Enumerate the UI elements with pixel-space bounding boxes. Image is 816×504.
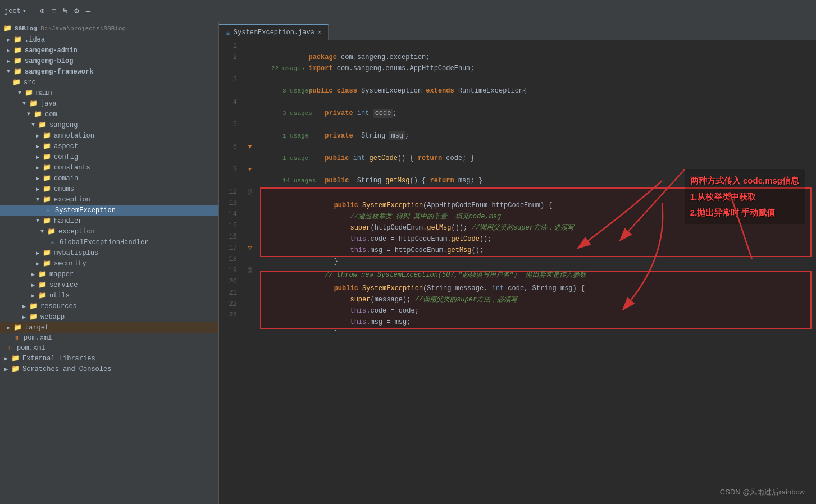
sidebar-item-external-libs[interactable]: ▶ 📁 External Libraries [0,353,218,364]
sidebar-item-mapper[interactable]: ▶ 📁 mapper [0,269,218,280]
toolbar-icon-plus[interactable]: ⊕ [40,6,44,16]
toolbar: ject ▾ ⊕ ≡ ≒ ⚙ — [0,0,816,22]
code-line-5: private String msg; [260,119,812,130]
code-line-18: // throw new SystemException(507,"必须填写用户… [260,258,812,269]
sidebar-item-domain[interactable]: ▶ 📁 domain [0,173,218,184]
sidebar-item-global-exception-handler[interactable]: ☕ GlobalExceptionHandler [0,237,218,248]
sidebar-item-scratches[interactable]: ▶ 📁 Scratches and Consoles [0,364,218,374]
java-file-icon: ☕ [226,28,230,37]
sidebar-item-target[interactable]: ▶ 📁 target [0,322,218,333]
csdn-watermark: CSDN @风雨过后rainbow [720,487,805,497]
project-root[interactable]: 📁 SGBlog D:\Java\projects\SGBlog [0,22,218,34]
editor-area: ☕ SystemException.java × 1 2 3 4 5 [219,22,816,504]
code-content[interactable]: package com.sangeng.exception; import co… [256,40,816,332]
sidebar-item-pom-m[interactable]: m pom.xml [0,333,218,343]
toolbar-icon-minus[interactable]: — [86,7,90,16]
sidebar-item-config[interactable]: ▶ 📁 config [0,152,218,162]
tab-system-exception[interactable]: ☕ SystemException.java × [219,24,329,40]
code-line-3: public class SystemException extends Run… [260,74,812,85]
sidebar-item-aspect[interactable]: ▶ 📁 aspect [0,141,218,152]
tab-filename: SystemException.java [234,29,314,36]
dropdown-arrow-icon: ▾ [22,7,26,15]
sidebar-item-utils[interactable]: ▶ 📁 utils [0,290,218,301]
project-root-label: SGBlog D:\Java\projects\SGBlog [15,25,126,32]
sidebar-item-handler[interactable]: ▼ 📁 handler [0,216,218,226]
sidebar-item-annotation[interactable]: ▶ 📁 annotation [0,130,218,141]
sidebar-item-sangeng-framework[interactable]: ▼ 📁 sangeng-framework [0,66,218,77]
folder-icon: 📁 [2,24,12,33]
sidebar: 📁 SGBlog D:\Java\projects\SGBlog ▶ 📁 .id… [0,22,219,504]
sidebar-item-webapp[interactable]: ▶ 📁 webapp [0,311,218,322]
sidebar-item-handler-exception[interactable]: ▼ 📁 exception [0,226,218,237]
toolbar-icon-align[interactable]: ≡ [51,7,56,16]
sidebar-item-sangeng[interactable]: ▼ 📁 sangeng [0,120,218,130]
editor-wrapper: 1 2 3 4 5 6 9 12 13 14 15 [219,40,816,504]
sidebar-item-constants[interactable]: ▶ 📁 constants [0,162,218,173]
toolbar-icon-align2[interactable]: ≒ [63,6,67,16]
code-editor[interactable]: 1 2 3 4 5 6 9 12 13 14 15 [219,40,816,332]
sidebar-item-security[interactable]: ▶ 📁 security [0,258,218,269]
tab-close-button[interactable]: × [318,29,322,36]
sidebar-item-main[interactable]: ▼ 📁 main [0,88,218,98]
sidebar-item-exception[interactable]: ▼ 📁 exception [0,194,218,205]
code-gutter: ▼ ▼ @ ▽ @ [244,40,256,332]
code-line-4: private int code; [260,97,812,108]
code-line-12: public SystemException(AppHttpCodeEnum h… [261,189,810,200]
project-dropdown[interactable]: ject ▾ [4,7,26,15]
sidebar-item-sangeng-admin[interactable]: ▶ 📁 sangeng-admin [0,45,218,56]
sidebar-item-java[interactable]: ▼ 📁 java [0,98,218,109]
sidebar-item-src[interactable]: 📁 src [0,77,218,88]
sidebar-item-com[interactable]: ▼ 📁 com [0,109,218,120]
line-numbers: 1 2 3 4 5 6 9 12 13 14 15 [219,40,244,332]
tab-bar: ☕ SystemException.java × [219,22,816,40]
sidebar-item-resources[interactable]: ▶ 📁 resources [0,301,218,311]
sidebar-item-mybatisplus[interactable]: ▶ 📁 mybatisplus [0,248,218,258]
sidebar-item-system-exception[interactable]: ☕ SystemException [0,205,218,216]
sidebar-item-enums[interactable]: ▶ 📁 enums [0,184,218,194]
toolbar-icon-settings[interactable]: ⚙ [74,6,79,16]
code-line-6: public int getCode() { return code; } [260,141,812,153]
code-line-1: package com.sangeng.exception; [260,40,812,52]
constructor-block-1: public SystemException(AppHttpCodeEnum h… [260,187,812,257]
sidebar-item-idea[interactable]: ▶ 📁 .idea [0,34,218,45]
code-line-9: public String getMsg() { return msg; } [260,164,812,175]
sidebar-item-service[interactable]: ▶ 📁 service [0,280,218,290]
sidebar-item-sangeng-blog[interactable]: ▶ 📁 sangeng-blog [0,56,218,66]
sidebar-item-pom[interactable]: m pom.xml [0,343,218,353]
